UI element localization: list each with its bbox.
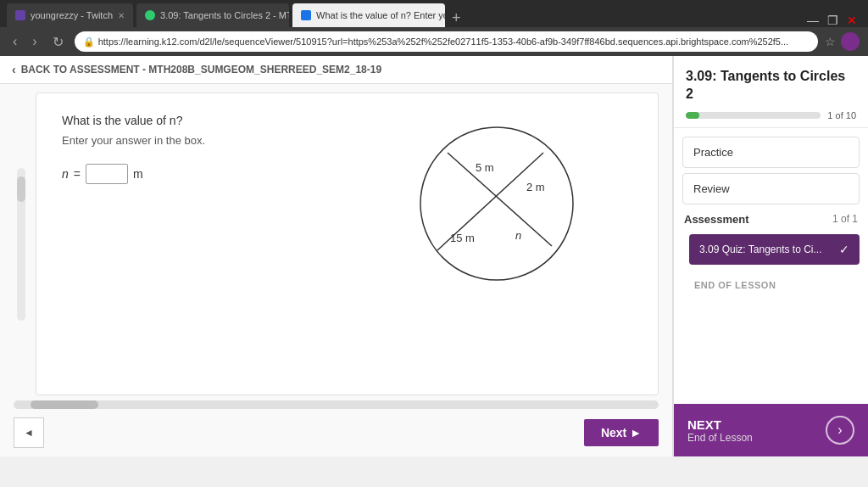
svg-text:5 m: 5 m <box>476 161 494 174</box>
sidebar-item-practice[interactable]: Practice <box>682 137 860 168</box>
progress-bar-fill <box>686 112 699 119</box>
next-button-text: NEXT End of Lesson <box>687 417 753 444</box>
back-bar[interactable]: ‹ BACK TO ASSESSMENT - MTH208B_SUMGEOM_S… <box>0 56 672 84</box>
sidebar-header: 3.09: Tangents to Circles 2 1 of 10 <box>674 56 868 128</box>
variable-label: n <box>62 167 69 181</box>
tab-k12-lesson[interactable]: 3.09: Tangents to Circles 2 - MTH ✕ <box>136 3 289 27</box>
assessment-section-header: Assessment 1 of 1 <box>682 210 860 229</box>
url-text: https://learning.k12.com/d2l/le/sequence… <box>98 36 788 47</box>
unit-label: m <box>133 167 143 181</box>
bookmark-icon[interactable]: ☆ <box>825 35 836 48</box>
equals-sign: = <box>74 167 81 181</box>
svg-text:n: n <box>515 229 521 242</box>
quiz-item[interactable]: 3.09 Quiz: Tangents to Ci... ✓ <box>689 234 860 265</box>
next-end-of-lesson-button[interactable]: NEXT End of Lesson › <box>674 404 868 456</box>
profile-avatar[interactable] <box>841 32 860 51</box>
answer-input[interactable] <box>86 164 128 184</box>
url-box[interactable]: 🔒 https://learning.k12.com/d2l/le/sequen… <box>75 31 818 52</box>
prev-button[interactable]: ◄ <box>14 417 44 448</box>
nav-buttons: ◄ Next ► <box>14 417 659 448</box>
minimize-button[interactable]: — <box>803 14 823 27</box>
twitch-favicon <box>15 10 25 20</box>
close-button[interactable]: ✕ <box>843 14 861 27</box>
back-bar-label: BACK TO ASSESSMENT - MTH208B_SUMGEOM_SHE… <box>21 64 381 76</box>
tab-twitch[interactable]: youngrezzy - Twitch ✕ <box>7 3 133 27</box>
address-bar-icons: ☆ <box>825 32 860 51</box>
quiz-item-label: 3.09 Quiz: Tangents to Ci... <box>699 244 822 255</box>
tab-question-label: What is the value of n? Enter yo... <box>316 10 445 20</box>
assessment-label: Assessment <box>684 213 749 226</box>
right-sidebar: 3.09: Tangents to Circles 2 1 of 10 Prac… <box>673 56 868 456</box>
content-area: ‹ BACK TO ASSESSMENT - MTH208B_SUMGEOM_S… <box>0 56 673 456</box>
vertical-scrollbar[interactable] <box>17 168 25 321</box>
tab-twitch-close[interactable]: ✕ <box>118 11 125 20</box>
browser-chrome: youngrezzy - Twitch ✕ 3.09: Tangents to … <box>0 0 868 56</box>
lock-icon: 🔒 <box>83 36 95 48</box>
lesson-frame: What is the value of n? Enter your answe… <box>0 84 672 456</box>
sidebar-item-review[interactable]: Review <box>682 173 860 204</box>
assessment-count: 1 of 1 <box>832 213 858 225</box>
tab-bar: youngrezzy - Twitch ✕ 3.09: Tangents to … <box>0 0 868 27</box>
progress-row: 1 of 10 <box>686 110 856 120</box>
horizontal-scrollbar[interactable] <box>14 400 659 409</box>
tab-question[interactable]: What is the value of n? Enter yo... ✕ <box>292 3 445 27</box>
diagram-area: 5 m 2 m 15 m n <box>387 110 624 297</box>
tab-twitch-label: youngrezzy - Twitch <box>31 10 113 20</box>
k12-favicon <box>145 10 155 20</box>
next-sublabel: End of Lesson <box>687 432 753 444</box>
main-layout: ‹ BACK TO ASSESSMENT - MTH208B_SUMGEOM_S… <box>0 56 868 456</box>
back-nav-button[interactable]: ‹ <box>8 32 21 51</box>
review-label: Review <box>693 182 730 195</box>
sidebar-title: 3.09: Tangents to Circles 2 <box>686 68 856 104</box>
svg-text:2 m: 2 m <box>526 181 545 193</box>
question-card: What is the value of n? Enter your answe… <box>36 92 659 395</box>
reload-button[interactable]: ↻ <box>48 32 68 52</box>
end-of-lesson-label: END OF LESSON <box>682 270 860 300</box>
address-bar: ‹ › ↻ 🔒 https://learning.k12.com/d2l/le/… <box>0 27 868 56</box>
progress-bar-background <box>686 112 821 119</box>
svg-text:15 m: 15 m <box>450 232 475 244</box>
restore-button[interactable]: ❐ <box>823 14 843 27</box>
new-tab-button[interactable]: + <box>452 9 461 27</box>
practice-label: Practice <box>693 146 733 159</box>
checkmark-icon: ✓ <box>839 243 849 256</box>
svg-point-0 <box>420 127 573 280</box>
forward-nav-button[interactable]: › <box>28 32 41 51</box>
tab-k12-label: 3.09: Tangents to Circles 2 - MTH <box>160 10 289 20</box>
back-arrow-icon: ‹ <box>12 63 16 76</box>
next-label: NEXT <box>687 417 753 432</box>
next-button[interactable]: Next ► <box>584 419 659 446</box>
sidebar-scroll-area[interactable]: Practice Review Assessment 1 of 1 3.09 Q… <box>674 128 868 404</box>
progress-label: 1 of 10 <box>827 110 856 120</box>
question-favicon <box>301 10 311 20</box>
next-arrow-circle: › <box>826 416 854 445</box>
circle-diagram: 5 m 2 m 15 m n <box>387 110 607 288</box>
